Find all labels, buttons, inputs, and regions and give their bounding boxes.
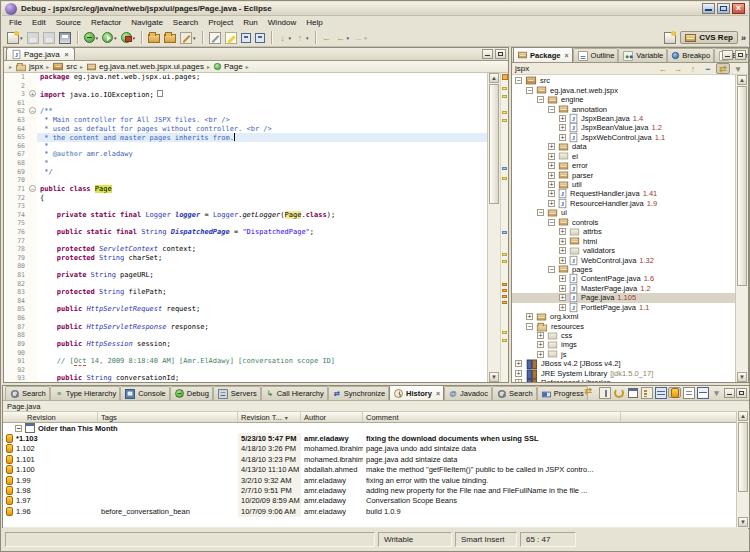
fold-marker[interactable]: − bbox=[28, 185, 37, 194]
line-number[interactable]: 90 bbox=[4, 349, 28, 358]
code-line[interactable]: 63 * Main controller for All JSPX files.… bbox=[4, 116, 487, 125]
line-number[interactable]: 82 bbox=[4, 280, 28, 289]
view-menu-button[interactable]: ▾ bbox=[710, 387, 723, 398]
line-number[interactable]: 73 bbox=[4, 202, 28, 211]
code-line[interactable]: 87 public HttpServletResponse response; bbox=[4, 323, 487, 332]
line-number[interactable]: 67 bbox=[4, 150, 28, 159]
scroll-up-icon[interactable]: ▲ bbox=[489, 73, 499, 83]
show-selected-only-button[interactable] bbox=[254, 30, 266, 46]
breadcrumb-arrow-icon[interactable]: ▸ bbox=[80, 63, 83, 70]
tree-item-ui[interactable]: −ui bbox=[512, 208, 735, 217]
tree-item-page-java[interactable]: +Page.java1.105 bbox=[512, 293, 735, 302]
debug-button[interactable]: ▾ bbox=[83, 30, 100, 46]
collapse-icon[interactable]: − bbox=[548, 106, 555, 113]
history-row[interactable]: 1.1024/18/10 3:26 PMmohamed.ibrahimpage.… bbox=[3, 444, 736, 454]
dropdown-arrow-icon[interactable]: ▾ bbox=[289, 35, 292, 41]
expand-icon[interactable]: + bbox=[559, 247, 566, 254]
code-line[interactable]: 82 bbox=[4, 280, 487, 289]
code-line[interactable]: 79 protected String charSet; bbox=[4, 254, 487, 263]
tab-progress[interactable]: Progress bbox=[537, 386, 588, 400]
column-header-comment[interactable]: Comment bbox=[363, 412, 621, 422]
dropdown-arrow-icon[interactable]: ▾ bbox=[306, 35, 309, 41]
annotate-button[interactable]: ▾ bbox=[179, 30, 197, 46]
fold-marker[interactable]: − bbox=[28, 107, 37, 116]
expand-icon[interactable]: + bbox=[29, 90, 36, 97]
perspective-overflow-chevron[interactable]: » bbox=[741, 33, 745, 43]
tree-item-validators[interactable]: +validators bbox=[512, 246, 735, 255]
code-line[interactable]: 1package eg.java.net.web.jspx.ui.pages; bbox=[4, 73, 487, 82]
line-number[interactable]: 2 bbox=[4, 82, 28, 91]
tree-item-eg-java-net-web-jspx[interactable]: −eg.java.net.web.jspx bbox=[512, 85, 735, 94]
collapse-icon[interactable]: − bbox=[526, 87, 533, 94]
tree-item-pages[interactable]: −pages bbox=[512, 265, 735, 274]
expand-icon[interactable]: + bbox=[559, 275, 566, 282]
expand-icon[interactable]: + bbox=[515, 370, 522, 377]
expand-icon[interactable]: + bbox=[559, 115, 566, 122]
code-line[interactable]: 70 bbox=[4, 176, 487, 185]
expand-icon[interactable]: + bbox=[559, 257, 566, 264]
show-selected-button[interactable] bbox=[240, 30, 252, 46]
new-wizard-button[interactable]: ▾ bbox=[6, 30, 24, 46]
collapse-icon[interactable]: − bbox=[29, 107, 36, 114]
expand-icon[interactable]: + bbox=[548, 190, 555, 197]
tab-variable[interactable]: Variable bbox=[618, 48, 667, 62]
tree-item-annotation[interactable]: −annotation bbox=[512, 104, 735, 113]
line-number[interactable]: 83 bbox=[4, 288, 28, 297]
expand-icon[interactable]: + bbox=[515, 379, 522, 382]
code-line[interactable]: 90 bbox=[4, 349, 487, 358]
breadcrumb-item-eg-java-net-web-jspx-ui-pages[interactable]: eg.java.net.web.jspx.ui.pages bbox=[86, 62, 204, 71]
annotation-mark[interactable] bbox=[502, 283, 507, 286]
code-editor[interactable]: 1package eg.java.net.web.jspx.ui.pages;2… bbox=[4, 73, 508, 382]
code-line[interactable]: 91 // [Oct 14, 2009 8:18:40 AM] [Amr.ElA… bbox=[4, 357, 487, 366]
scroll-up-icon[interactable]: ▲ bbox=[737, 75, 747, 85]
tree-item-error[interactable]: +error bbox=[512, 161, 735, 170]
menu-window[interactable]: Window bbox=[263, 17, 301, 28]
tree-item-el[interactable]: +el bbox=[512, 152, 735, 161]
code-line[interactable]: 71−public class Page bbox=[4, 185, 487, 194]
maximize-view-icon[interactable] bbox=[735, 50, 746, 60]
show-comments-button[interactable] bbox=[696, 387, 709, 398]
dropdown-arrow-icon[interactable]: ▾ bbox=[114, 35, 117, 41]
code-line[interactable]: 73 bbox=[4, 202, 487, 211]
wrap-comments-button[interactable] bbox=[682, 387, 695, 398]
code-line[interactable]: 88 bbox=[4, 331, 487, 340]
line-number[interactable]: 69 bbox=[4, 168, 28, 177]
maximize-view-icon[interactable] bbox=[495, 49, 506, 59]
line-number[interactable]: 88 bbox=[4, 331, 28, 340]
annotation-mark[interactable] bbox=[502, 331, 507, 334]
line-number[interactable]: 81 bbox=[4, 271, 28, 280]
line-number[interactable]: 91 bbox=[4, 357, 28, 366]
tab-type-hierarchy[interactable]: ≡Type Hierarchy bbox=[50, 386, 120, 400]
editor-scrollbar[interactable]: ▲ ▼ bbox=[487, 73, 500, 382]
expand-icon[interactable]: + bbox=[526, 313, 533, 320]
code-line[interactable]: 80 bbox=[4, 262, 487, 271]
menu-source[interactable]: Source bbox=[51, 17, 86, 28]
column-header-spacer[interactable] bbox=[621, 412, 736, 422]
code-line[interactable]: 77 bbox=[4, 237, 487, 246]
next-annotation-button[interactable]: ↓▾ bbox=[277, 30, 293, 46]
line-number[interactable]: 87 bbox=[4, 323, 28, 332]
line-number[interactable]: 70 bbox=[4, 176, 28, 185]
checkout-as-button[interactable] bbox=[163, 30, 177, 46]
line-number[interactable]: 1 bbox=[4, 73, 28, 82]
tree-item-resourcehandler-java[interactable]: +ResourceHandler.java1.9 bbox=[512, 199, 735, 208]
tab-console[interactable]: Console bbox=[120, 386, 170, 400]
breadcrumb-arrow-icon[interactable]: ▸ bbox=[9, 63, 12, 70]
expand-icon[interactable]: + bbox=[548, 153, 555, 160]
tree-item-attrbs[interactable]: +attrbs bbox=[512, 227, 735, 236]
tree-item-controls[interactable]: −controls bbox=[512, 218, 735, 227]
tree-item-referenced-libraries[interactable]: +Referenced Libraries bbox=[512, 378, 735, 382]
refresh-button[interactable] bbox=[612, 387, 625, 398]
expand-icon[interactable]: + bbox=[559, 285, 566, 292]
expand-icon[interactable]: + bbox=[548, 172, 555, 179]
tree-item-portletpage-java[interactable]: +PortletPage.java1.1 bbox=[512, 303, 735, 312]
tab-debug[interactable]: Debug bbox=[170, 386, 213, 400]
expand-icon[interactable]: + bbox=[515, 360, 522, 367]
history-row[interactable]: 1.993/2/10 9:32 AMamr.eladawyfixing an e… bbox=[3, 475, 736, 485]
scrollbar-thumb[interactable] bbox=[738, 422, 748, 492]
expand-icon[interactable]: + bbox=[548, 162, 555, 169]
tree-item-html[interactable]: +html bbox=[512, 236, 735, 245]
line-number[interactable]: 80 bbox=[4, 262, 28, 271]
tab-package[interactable]: Package× bbox=[513, 48, 573, 62]
column-header-revision[interactable]: Revision bbox=[3, 412, 98, 422]
